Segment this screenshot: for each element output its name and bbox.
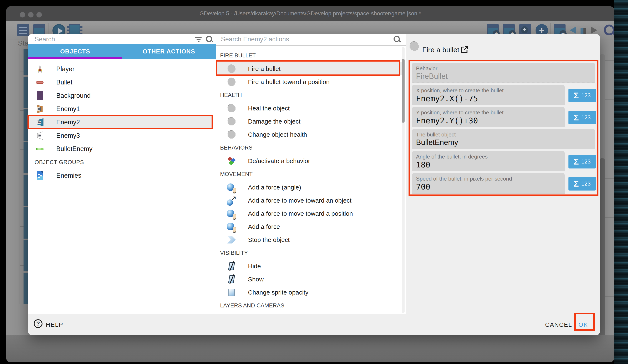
object-row-enemies-group[interactable]: Enemies (28, 169, 216, 182)
search-icon (206, 36, 213, 43)
x-position-value[interactable]: Enemy2.X()-75 (416, 94, 478, 103)
action-row-fire-a-bullet[interactable]: Fire a bullet (216, 62, 402, 75)
action-label: Change sprite opacity (248, 289, 308, 296)
object-row-background[interactable]: Background (28, 89, 216, 102)
force-icon (227, 209, 236, 218)
dialog-footer: ? HELP CANCEL OK (28, 314, 600, 335)
sigma-icon: Σ (574, 113, 579, 122)
action-row-add-force-angle[interactable]: Add a force (angle) (216, 181, 402, 194)
action-label: Add a force (angle) (248, 184, 301, 191)
object-row-bullet[interactable]: Bullet (28, 76, 216, 89)
object-label: Bullet (56, 79, 73, 86)
section-health: HEALTH (216, 88, 402, 102)
gear-icon (409, 41, 420, 52)
gear-icon (227, 117, 236, 126)
action-row-show[interactable]: Show (216, 273, 402, 286)
action-row-force-toward-object[interactable]: Add a force to move toward an object (216, 194, 402, 207)
action-label: Add a force to move toward an object (248, 197, 351, 204)
actions-scrollbar-thumb[interactable] (402, 59, 404, 123)
action-row-change-health[interactable]: Change object health (216, 128, 402, 141)
background-object-icon (35, 91, 45, 100)
action-selector-panel: Search Enemy2 actions FIRE BULLET Fire a… (216, 34, 406, 316)
object-search-input[interactable]: Search (35, 36, 55, 43)
open-in-new-icon[interactable] (460, 45, 469, 55)
action-row-change-opacity[interactable]: Change sprite opacity (216, 286, 402, 299)
force-toward-object-icon (227, 196, 236, 205)
object-row-enemy1[interactable]: Enemy1 (28, 102, 216, 116)
bullet-object-icon (35, 78, 45, 87)
object-row-enemy3[interactable]: Enemy3 (28, 129, 216, 142)
object-row-player[interactable]: Player (28, 62, 216, 76)
ok-button[interactable]: OK (578, 314, 588, 335)
field-label: Speed of the bullet, in pixels per secon… (416, 176, 512, 182)
show-icon (227, 275, 236, 284)
cancel-button[interactable]: CANCEL (545, 314, 572, 335)
tab-objects[interactable]: OBJECTS (28, 44, 122, 59)
expression-123-label: 123 (581, 114, 591, 121)
behavior-field: Behavior FireBullet (412, 63, 595, 83)
object-selector-panel: Search OBJECTS OTHER ACTIONS Player Bull… (28, 34, 216, 316)
search-icon (393, 36, 400, 43)
x-expression-editor-button[interactable]: Σ 123 (568, 89, 596, 102)
section-visibility: VISIBILITY (216, 246, 402, 260)
object-groups-header: OBJECT GROUPS (28, 156, 216, 169)
help-button[interactable]: HELP (46, 314, 63, 335)
behavior-icon (227, 156, 236, 166)
speed-expression-editor-button[interactable]: Σ 123 (568, 177, 596, 190)
angle-expression-editor-button[interactable]: Σ 123 (568, 155, 596, 169)
action-row-damage[interactable]: Damage the object (216, 115, 402, 128)
x-position-field[interactable]: X position, where to create the bullet E… (412, 85, 565, 105)
object-label: Enemies (56, 172, 81, 179)
action-label: Stop the object (248, 236, 290, 243)
action-label: Heal the object (248, 105, 290, 112)
object-label: Background (56, 92, 90, 99)
speed-value[interactable]: 700 (416, 182, 430, 191)
action-search-input[interactable]: Search Enemy2 actions (221, 36, 289, 43)
action-label: Change object health (248, 131, 307, 138)
field-label: Y position, where to create the bullet (416, 109, 503, 116)
bulletenemy-object-icon (35, 144, 45, 154)
objects-list: Player Bullet Background Enemy1 (28, 62, 216, 182)
actions-list: FIRE BULLET Fire a bullet Fire a bullet … (216, 49, 402, 312)
y-expression-editor-button[interactable]: Σ 123 (568, 111, 596, 124)
enemy2-object-icon (35, 118, 45, 127)
object-row-bulletenemy[interactable]: BulletEnemy (28, 142, 216, 156)
action-row-fire-toward-position[interactable]: Fire a bullet toward a position (216, 75, 402, 88)
speed-field[interactable]: Speed of the bullet, in pixels per secon… (412, 173, 565, 193)
field-label: X position, where to create the bullet (416, 87, 504, 94)
y-position-value[interactable]: Enemy2.Y()+30 (416, 116, 478, 125)
bullet-object-field[interactable]: The bullet object BulletEnemy (412, 129, 595, 149)
bullet-object-value[interactable]: BulletEnemy (416, 138, 458, 147)
section-fire-bullet: FIRE BULLET (216, 49, 402, 62)
desktop-background-texture (614, 0, 628, 364)
expression-123-label: 123 (581, 181, 591, 187)
gear-icon (227, 104, 236, 113)
filter-icon[interactable] (195, 36, 202, 42)
help-icon[interactable]: ? (34, 319, 42, 328)
action-row-force-toward-position[interactable]: Add a force to move toward a position (216, 207, 402, 220)
selector-tabs: OBJECTS OTHER ACTIONS (28, 44, 216, 59)
expression-123-label: 123 (581, 92, 591, 99)
action-label: Add a force to move toward a position (248, 210, 353, 217)
object-row-enemy2-selected[interactable]: Enemy2 (28, 116, 212, 129)
action-label: Hide (248, 263, 261, 270)
player-object-icon (35, 64, 45, 74)
action-row-deactivate-behavior[interactable]: De/activate a behavior (216, 154, 402, 168)
action-row-stop-object[interactable]: Stop the object (216, 233, 402, 246)
selected-action-title: Fire a bullet (422, 46, 459, 54)
action-row-add-force[interactable]: Add a force (216, 220, 402, 233)
action-row-hide[interactable]: Hide (216, 260, 402, 273)
hide-icon (227, 261, 236, 271)
angle-field[interactable]: Angle of the bullet, in degrees 180 (412, 151, 565, 171)
angle-value[interactable]: 180 (416, 160, 430, 169)
enemies-group-icon (35, 171, 45, 180)
behavior-value: FireBullet (416, 72, 448, 81)
object-label: Enemy2 (56, 119, 80, 126)
stop-icon (227, 235, 236, 244)
tab-other-actions[interactable]: OTHER ACTIONS (122, 44, 216, 59)
action-row-heal[interactable]: Heal the object (216, 102, 402, 115)
y-position-field[interactable]: Y position, where to create the bullet E… (412, 107, 565, 127)
object-label: BulletEnemy (56, 145, 92, 153)
opacity-icon (227, 288, 236, 297)
action-label: Add a force (248, 223, 280, 230)
